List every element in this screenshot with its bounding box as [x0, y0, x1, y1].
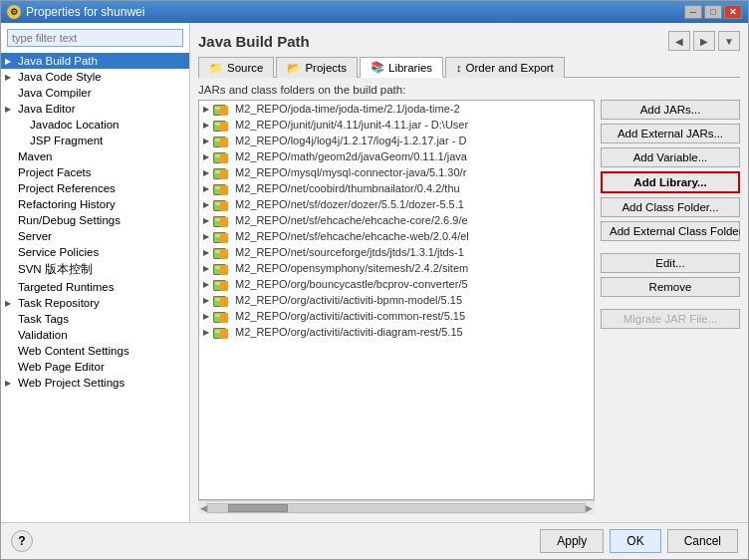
expand-arrow-9: ▶ [203, 248, 213, 257]
expand-arrow-5: ▶ [203, 184, 213, 193]
tab-libraries[interactable]: 📚Libraries [360, 57, 443, 78]
arrow-icon-0: ▶ [5, 57, 15, 66]
action-btn-4[interactable]: Add Class Folder... [601, 197, 740, 217]
action-btn-7[interactable]: Remove [601, 277, 740, 297]
sidebar-item-label-20: Web Project Settings [18, 377, 125, 389]
sidebar-item-3[interactable]: ▶Java Editor [1, 101, 189, 117]
expand-arrow-3: ▶ [203, 152, 213, 161]
dropdown-button[interactable]: ▼ [718, 31, 740, 51]
lock-icon-10 [220, 265, 228, 275]
sidebar-item-13[interactable]: SVN 版本控制 [1, 260, 189, 279]
back-button[interactable]: ◀ [668, 31, 690, 51]
list-item-10[interactable]: ▶M2_REPO/opensymphony/sitemesh/2.4.2/sit… [199, 260, 594, 276]
close-button[interactable]: ✕ [724, 5, 742, 19]
sidebar-item-1[interactable]: ▶Java Code Style [1, 69, 189, 85]
tab-icon-3: ↕ [456, 62, 462, 74]
tab-source[interactable]: 📁Source [198, 57, 274, 78]
jar-icon-group-3 [213, 149, 233, 163]
sidebar-item-10[interactable]: Run/Debug Settings [1, 212, 189, 228]
sidebar-item-17[interactable]: Validation [1, 327, 189, 343]
footer: ? Apply OK Cancel [1, 522, 748, 559]
tab-projects[interactable]: 📂Projects [276, 57, 358, 78]
arrow-icon-15: ▶ [5, 299, 15, 308]
sidebar-item-5[interactable]: JSP Fragment [1, 133, 189, 148]
horiz-scroll-track[interactable] [207, 503, 586, 513]
jar-icon-group-6 [213, 197, 233, 211]
sidebar-item-20[interactable]: ▶Web Project Settings [1, 375, 189, 391]
list-item-3[interactable]: ▶M2_REPO/math/geom2d/javaGeom/0.11.1/jav… [199, 148, 594, 164]
list-item-7[interactable]: ▶M2_REPO/net/sf/ehcache/ehcache-core/2.6… [199, 212, 594, 228]
sidebar-item-0[interactable]: ▶Java Build Path [1, 53, 189, 69]
sidebar-item-label-3: Java Editor [18, 103, 76, 115]
expand-arrow-7: ▶ [203, 216, 213, 225]
list-item-5[interactable]: ▶M2_REPO/net/coobird/thumbnailator/0.4.2… [199, 180, 594, 196]
sidebar-item-18[interactable]: Web Content Settings [1, 343, 189, 359]
action-btn-3[interactable]: Add Library... [601, 171, 740, 193]
sidebar-item-label-0: Java Build Path [18, 55, 98, 67]
sidebar-item-2[interactable]: Java Compiler [1, 85, 189, 101]
expand-arrow-11: ▶ [203, 280, 213, 289]
sidebar-item-16[interactable]: Task Tags [1, 311, 189, 327]
jar-icon-group-9 [213, 245, 233, 259]
sidebar-item-label-19: Web Page Editor [18, 361, 105, 373]
list-item-0[interactable]: ▶M2_REPO/joda-time/joda-time/2.1/joda-ti… [199, 101, 594, 117]
list-item-4[interactable]: ▶M2_REPO/mysql/mysql-connector-java/5.1.… [199, 164, 594, 180]
lock-icon-14 [220, 329, 228, 339]
sidebar-item-7[interactable]: Project Facets [1, 164, 189, 180]
maximize-button[interactable]: □ [704, 5, 722, 19]
expand-arrow-2: ▶ [203, 137, 213, 145]
sidebar-item-11[interactable]: Server [1, 228, 189, 244]
sidebar-item-label-10: Run/Debug Settings [18, 214, 121, 226]
sidebar-item-8[interactable]: Project References [1, 180, 189, 196]
tree-area: ▶Java Build Path▶Java Code StyleJava Com… [1, 53, 189, 522]
scroll-left-btn[interactable]: ◀ [200, 503, 207, 513]
expand-arrow-0: ▶ [203, 105, 213, 114]
footer-left: ? [11, 530, 33, 552]
list-item-12[interactable]: ▶M2_REPO/org/activiti/activiti-bpmn-mode… [199, 292, 594, 308]
action-btn-5[interactable]: Add External Class Folder... [601, 221, 740, 241]
sidebar-item-15[interactable]: ▶Task Repository [1, 295, 189, 311]
expand-arrow-14: ▶ [203, 328, 213, 337]
minimize-button[interactable]: ─ [684, 5, 702, 19]
sidebar-item-12[interactable]: Service Policies [1, 244, 189, 260]
list-item-1[interactable]: ▶M2_REPO/junit/junit/4.11/junit-4.11.jar… [199, 117, 594, 133]
tab-order-and-export[interactable]: ↕Order and Export [445, 57, 565, 78]
lock-icon-8 [220, 233, 228, 243]
list-item-9[interactable]: ▶M2_REPO/net/sourceforge/jtds/jtds/1.3.1… [199, 244, 594, 260]
action-btn-0[interactable]: Add JARs... [601, 100, 740, 120]
sidebar-item-label-2: Java Compiler [18, 87, 92, 99]
forward-button[interactable]: ▶ [693, 31, 715, 51]
arrow-icon-1: ▶ [5, 73, 15, 82]
action-btn-1[interactable]: Add External JARs... [601, 124, 740, 143]
expand-arrow-13: ▶ [203, 312, 213, 321]
list-item-8[interactable]: ▶M2_REPO/net/sf/ehcache/ehcache-web/2.0.… [199, 228, 594, 244]
list-item-2[interactable]: ▶M2_REPO/log4j/log4j/1.2.17/log4j-1.2.17… [199, 133, 594, 148]
filter-input[interactable] [7, 29, 183, 47]
list-item-6[interactable]: ▶M2_REPO/net/sf/dozer/dozer/5.5.1/dozer-… [199, 196, 594, 212]
expand-arrow-10: ▶ [203, 264, 213, 273]
scroll-right-btn[interactable]: ▶ [586, 503, 593, 513]
list-item-text-2: M2_REPO/log4j/log4j/1.2.17/log4j-1.2.17.… [235, 135, 466, 146]
sidebar-item-label-16: Task Tags [18, 313, 69, 325]
expand-arrow-8: ▶ [203, 232, 213, 241]
sidebar-item-19[interactable]: Web Page Editor [1, 359, 189, 375]
ok-button[interactable]: OK [610, 529, 660, 553]
list-item-13[interactable]: ▶M2_REPO/org/activiti/activiti-common-re… [199, 308, 594, 324]
list-item-14[interactable]: ▶M2_REPO/org/activiti/activiti-diagram-r… [199, 324, 594, 340]
help-button[interactable]: ? [11, 530, 33, 552]
jar-icon-group-11 [213, 277, 233, 291]
sidebar-item-9[interactable]: Refactoring History [1, 196, 189, 212]
sidebar-item-6[interactable]: Maven [1, 148, 189, 164]
list-item-text-0: M2_REPO/joda-time/joda-time/2.1/joda-tim… [235, 103, 460, 115]
action-btn-2[interactable]: Add Variable... [601, 147, 740, 167]
list-item-text-13: M2_REPO/org/activiti/activiti-common-res… [235, 310, 465, 322]
apply-button[interactable]: Apply [540, 529, 604, 553]
sidebar-item-14[interactable]: Targeted Runtimes [1, 279, 189, 295]
main-window: ⚙ Properties for shunwei ─ □ ✕ ▶Java Bui… [0, 0, 749, 560]
sidebar-item-label-8: Project References [18, 182, 116, 194]
cancel-button[interactable]: Cancel [667, 529, 738, 553]
list-item-11[interactable]: ▶M2_REPO/org/bouncycastle/bcprov-convert… [199, 276, 594, 292]
right-panel: Java Build Path ◀ ▶ ▼ 📁Source📂Projects📚L… [190, 23, 748, 522]
sidebar-item-4[interactable]: Javadoc Location [1, 117, 189, 133]
action-btn-6[interactable]: Edit... [601, 253, 740, 273]
